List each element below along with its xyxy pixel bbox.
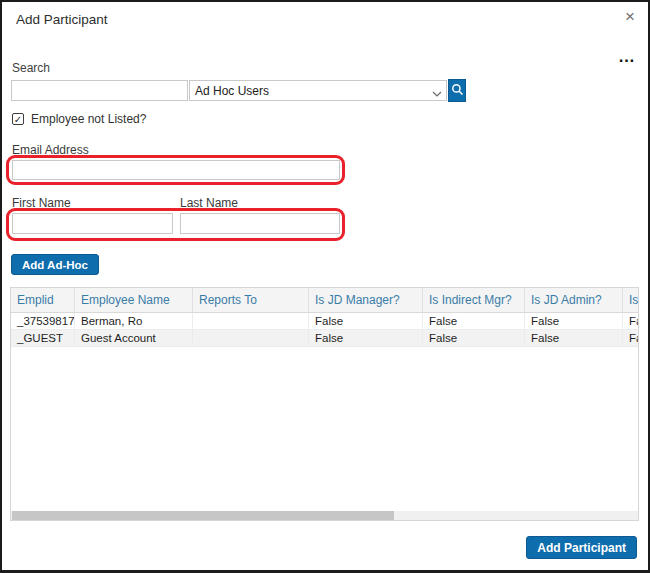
column-header-emplid[interactable]: Emplid [11, 288, 75, 312]
column-header-reports-to[interactable]: Reports To [193, 288, 309, 312]
table-row[interactable]: _GUEST Guest Account False False False F… [11, 330, 639, 347]
cell-is-jd-manager: False [309, 330, 423, 346]
employee-not-listed-row: ✓ Employee not Listed? [12, 112, 146, 126]
first-name-field[interactable] [12, 213, 173, 234]
close-icon[interactable]: × [625, 8, 635, 25]
email-label: Email Address [12, 143, 89, 157]
user-type-dropdown[interactable]: Ad Hoc Users [189, 80, 447, 101]
employee-not-listed-label: Employee not Listed? [31, 112, 146, 126]
last-name-label: Last Name [180, 196, 238, 210]
column-header-is-indirect-mgr[interactable]: Is Indirect Mgr? [423, 288, 525, 312]
last-name-field[interactable] [180, 213, 340, 234]
cell-is-indirect-mgr: False [423, 330, 525, 346]
dialog-title: Add Participant [16, 12, 108, 27]
add-participant-dialog: Add Participant × Search … Ad Hoc Users … [0, 0, 650, 573]
cell-is-jd-admin: False [525, 313, 623, 329]
add-adhoc-button[interactable]: Add Ad-Hoc [11, 254, 99, 275]
chevron-down-icon [432, 87, 442, 101]
email-field[interactable] [12, 160, 340, 180]
dropdown-selected-value: Ad Hoc Users [195, 84, 269, 98]
horizontal-scrollbar[interactable] [11, 511, 638, 520]
cell-is-jd-manager: False [309, 313, 423, 329]
search-input[interactable] [11, 80, 188, 101]
column-header-truncated[interactable]: Is J [623, 288, 639, 312]
search-button[interactable] [448, 79, 466, 102]
column-header-is-jd-admin[interactable]: Is JD Admin? [525, 288, 623, 312]
column-header-is-jd-manager[interactable]: Is JD Manager? [309, 288, 423, 312]
more-options-icon[interactable]: … [618, 48, 637, 65]
cell-truncated: Fals [623, 330, 639, 346]
cell-truncated: Fals [623, 313, 639, 329]
cell-employee-name: Berman, Ro [75, 313, 193, 329]
participants-table: Emplid Employee Name Reports To Is JD Ma… [10, 287, 639, 521]
employee-not-listed-checkbox[interactable]: ✓ [12, 113, 24, 125]
cell-reports-to [193, 313, 309, 329]
cell-emplid: _37539817 [11, 313, 75, 329]
add-participant-button[interactable]: Add Participant [526, 536, 637, 559]
cell-employee-name: Guest Account [75, 330, 193, 346]
cell-emplid: _GUEST [11, 330, 75, 346]
first-name-label: First Name [12, 196, 71, 210]
cell-reports-to [193, 330, 309, 346]
table-header-row: Emplid Employee Name Reports To Is JD Ma… [11, 288, 639, 313]
cell-is-jd-admin: False [525, 330, 623, 346]
search-label: Search [12, 61, 50, 75]
scrollbar-thumb[interactable] [12, 511, 394, 520]
column-header-employee-name[interactable]: Employee Name [75, 288, 193, 312]
table-row[interactable]: _37539817 Berman, Ro False False False F… [11, 313, 639, 330]
cell-is-indirect-mgr: False [423, 313, 525, 329]
search-icon [451, 83, 464, 99]
